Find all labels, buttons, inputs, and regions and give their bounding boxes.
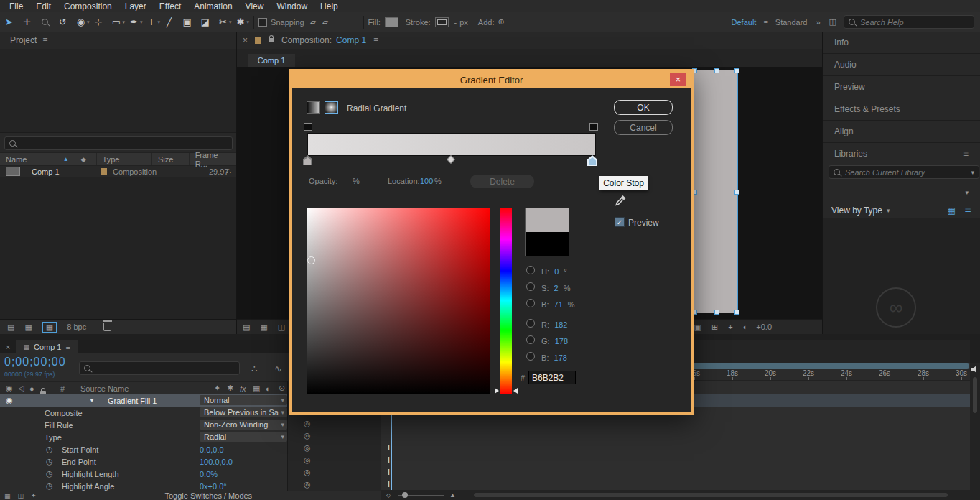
project-panel-menu-icon[interactable]: ≡ (42, 35, 47, 45)
project-search-input[interactable] (19, 139, 228, 149)
menu-help[interactable]: Help (314, 1, 345, 11)
interpret-footage-button[interactable]: ▦ (42, 322, 57, 333)
hue-marker-right-icon[interactable] (513, 388, 518, 394)
composite-dropdown[interactable]: Below Previous in Sa▾ (200, 407, 287, 417)
workspace-default-tab[interactable]: Default (732, 18, 757, 27)
thumbnail-view-icon[interactable]: ▦ (24, 323, 32, 332)
type-dropdown[interactable]: Radial▾ (200, 432, 287, 442)
fx-switch-icon[interactable]: fx (240, 384, 246, 393)
library-search-input[interactable] (844, 167, 967, 177)
snap-option2-icon[interactable]: ▱ (317, 18, 335, 26)
zoom-tool-icon[interactable] (36, 17, 54, 27)
workspace-switcher-icon[interactable]: ◫ (829, 17, 836, 27)
selection-tool-icon[interactable]: ➤ (0, 17, 18, 27)
library-filter-chevron-icon[interactable]: ▾ (965, 189, 969, 196)
workspace-standard-tab[interactable]: Standard (775, 18, 808, 27)
pick-whip-icon[interactable]: ◎ (304, 455, 311, 465)
s-value[interactable]: 2 (554, 284, 559, 292)
eyedropper-icon[interactable] (615, 194, 627, 207)
g-value[interactable]: 178 (555, 337, 568, 346)
prop-value[interactable]: 0x+0.0° (200, 482, 227, 491)
opacity-stop-right[interactable] (589, 123, 598, 131)
zoom-in-icon[interactable]: ▲ (449, 491, 456, 499)
expand-render-icon[interactable]: ✦ (31, 492, 37, 499)
project-panel-title[interactable]: Project (10, 35, 37, 45)
h-radio[interactable] (526, 266, 535, 274)
panel-tab-libraries[interactable]: Libraries ≡ (823, 143, 980, 165)
resolution-icon[interactable]: ▦ (260, 323, 267, 332)
view-by-dropdown[interactable]: View by Type (831, 205, 882, 216)
eraser-tool-icon[interactable]: ◪ (196, 17, 214, 27)
menu-effect[interactable]: Effect (153, 1, 187, 11)
column-frame-rate[interactable]: Frame R... (190, 153, 236, 165)
prop-value[interactable]: 0.0,0.0 (200, 445, 224, 454)
layer-name[interactable]: Gradient Fill 1 (108, 397, 157, 405)
menu-edit[interactable]: Edit (29, 1, 57, 11)
panel-tab-preview[interactable]: Preview (823, 76, 980, 98)
radial-gradient-type-button[interactable] (325, 101, 338, 114)
menu-window[interactable]: Window (270, 1, 314, 11)
hex-input[interactable] (528, 371, 576, 384)
blend-mode-dropdown[interactable]: Normal▾ (200, 395, 287, 405)
project-item-row[interactable]: Comp 1 Composition 29.97 ∴ (0, 165, 236, 177)
column-size[interactable]: Size (152, 153, 190, 165)
stopwatch-icon[interactable]: ◷ (46, 481, 53, 491)
gradient-midpoint-diamond[interactable] (447, 155, 454, 163)
twirl-down-icon[interactable]: ▼ (89, 397, 95, 404)
quality-switch-icon[interactable]: ▦ (253, 384, 260, 393)
panel-tab-align[interactable]: Align (823, 121, 980, 143)
prop-value[interactable]: 100.0,0.0 (200, 458, 233, 466)
layer-row-gradient-fill[interactable]: ◉ ▼ Gradient Fill 1 Normal▾ (0, 394, 287, 407)
panel-tab-info[interactable]: Info (823, 32, 980, 54)
pick-whip-icon[interactable]: ◎ (304, 480, 311, 489)
fill-rule-dropdown[interactable]: Non-Zero Winding▾ (200, 420, 287, 430)
color-field-marker[interactable] (307, 256, 315, 264)
stroke-width-value[interactable]: - (454, 18, 457, 27)
exposure-value[interactable]: +0.0 (756, 323, 772, 331)
workspace-overflow-icon[interactable]: » (816, 18, 820, 27)
pan-behind-tool-icon[interactable]: ⊹ (90, 17, 108, 27)
list-view-icon[interactable]: ▤ (7, 323, 14, 332)
opacity-stop-left[interactable] (304, 123, 312, 131)
mini-flowchart-icon[interactable]: ∴ (251, 364, 257, 374)
dialog-close-button[interactable]: × (670, 73, 686, 86)
in-point-ibeam-icon[interactable]: I (388, 480, 390, 489)
column-name[interactable]: Name ▲ (0, 153, 75, 165)
menu-composition[interactable]: Composition (57, 1, 118, 11)
menu-view[interactable]: View (239, 1, 271, 11)
collapse-switch-icon[interactable]: ✱ (227, 384, 233, 393)
label-color-swatch[interactable] (101, 168, 107, 175)
expand-inout-icon[interactable]: ◫ (18, 492, 24, 499)
comp-viewer-tab[interactable]: Comp 1 (248, 54, 295, 67)
g-radio[interactable] (526, 335, 535, 344)
workspace-menu-icon[interactable]: ≡ (763, 18, 767, 27)
ok-button[interactable]: OK (614, 100, 673, 115)
panel-tab-effects-presets[interactable]: Effects & Presets (823, 98, 980, 121)
trash-icon[interactable] (103, 323, 111, 331)
stroke-label[interactable]: Stroke: (406, 18, 431, 27)
fill-swatch[interactable] (385, 17, 398, 27)
color-stop-left[interactable] (303, 155, 312, 165)
project-item-name[interactable]: Comp 1 (32, 167, 60, 176)
stopwatch-icon[interactable]: ◷ (46, 445, 53, 454)
selection-handle[interactable] (714, 310, 719, 315)
source-name-column[interactable]: Source Name (80, 384, 129, 393)
timeline-tab[interactable]: ▦ Comp 1 ≡ (16, 340, 77, 353)
grid-guides-icon[interactable]: ▣ (694, 323, 701, 332)
menu-layer[interactable]: Layer (118, 1, 153, 11)
magnification-icon[interactable]: ▤ (243, 323, 250, 332)
grid-view-icon[interactable]: ▦ (948, 205, 956, 216)
prop-value[interactable]: 0.0% (200, 470, 218, 478)
motion-blur-switch-icon[interactable]: ◐ (266, 384, 271, 393)
horizontal-scrollbar[interactable] (474, 493, 948, 497)
menu-animation[interactable]: Animation (187, 1, 238, 11)
b2-radio[interactable] (526, 352, 535, 361)
project-bit-depth[interactable]: 8 bpc (67, 323, 86, 331)
column-type[interactable]: Type (97, 153, 152, 165)
b2-value[interactable]: 178 (554, 353, 567, 362)
zoom-out-icon[interactable]: ◇ (386, 492, 391, 499)
hue-marker-left-icon[interactable] (495, 388, 499, 394)
color-stop-right-selected[interactable] (587, 155, 597, 166)
pick-whip-icon[interactable]: ◎ (304, 443, 311, 453)
selection-handle[interactable] (714, 68, 719, 73)
